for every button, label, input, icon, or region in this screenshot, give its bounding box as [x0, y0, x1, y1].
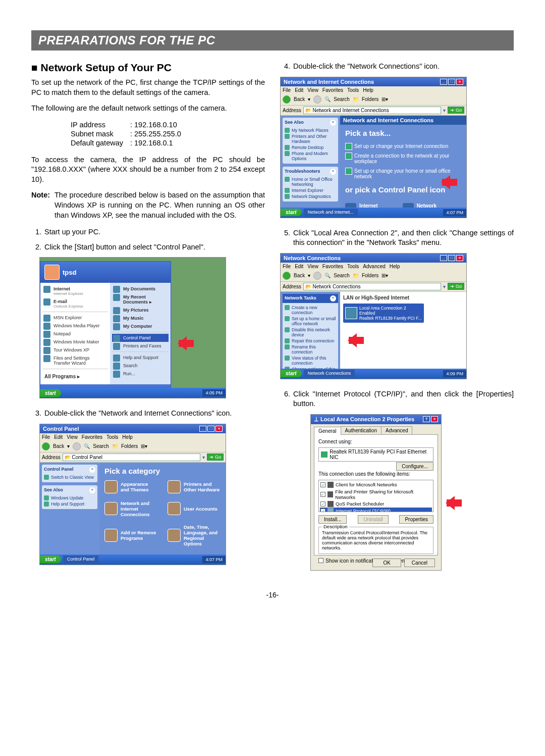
- chevron-icon[interactable]: «: [89, 467, 95, 473]
- sm-item[interactable]: Windows Movie Maker: [42, 338, 108, 346]
- cat-printers[interactable]: Printers and Other Hardware: [168, 480, 221, 493]
- chevron-icon[interactable]: «: [330, 169, 336, 175]
- start-button[interactable]: start: [40, 389, 61, 397]
- side-link[interactable]: Printers and Other Hardware: [285, 133, 336, 144]
- taskbar-item[interactable]: Network Connections: [304, 370, 355, 377]
- window-title: Network Connections: [284, 255, 341, 261]
- task-link[interactable]: Create a connection to the network at yo…: [345, 152, 461, 165]
- minimize-icon[interactable]: _: [440, 79, 447, 85]
- back-icon[interactable]: [283, 95, 291, 104]
- help-icon[interactable]: ?: [423, 416, 430, 422]
- side-link[interactable]: Rename this connection: [285, 344, 336, 355]
- sm-item[interactable]: Files and Settings Transfer Wizard: [42, 354, 108, 367]
- sm-email[interactable]: E-mailOutlook Express: [42, 297, 108, 310]
- lan-connection-item[interactable]: Local Area Connection 2EnabledRealtek RT…: [343, 304, 424, 323]
- start-button[interactable]: start: [281, 209, 302, 216]
- cancel-button[interactable]: Cancel: [404, 559, 435, 567]
- side-link[interactable]: Set up a home or small office network: [285, 316, 336, 327]
- sm-all-programs[interactable]: All Programs ▸: [42, 371, 108, 382]
- maximize-icon[interactable]: □: [448, 79, 455, 85]
- sm-right-item[interactable]: Run...: [112, 370, 169, 378]
- showicon-checkbox[interactable]: [318, 558, 323, 563]
- toolbar[interactable]: Back ▾ 🔍Search 📁Folders ⊞▾: [281, 94, 466, 106]
- back-icon[interactable]: [42, 442, 50, 450]
- sm-right-item[interactable]: Printers and Faxes: [112, 342, 169, 350]
- side-link[interactable]: Network Diagnostics: [285, 193, 336, 199]
- sm-right-item[interactable]: My Documents: [112, 285, 169, 293]
- side-link[interactable]: Create a new connection: [285, 305, 336, 316]
- toolbar[interactable]: Back ▾ 🔍Search 📁Folders ⊞▾: [281, 270, 466, 282]
- tab-advanced[interactable]: Advanced: [381, 426, 412, 434]
- sm-item[interactable]: Windows Media Player: [42, 322, 108, 330]
- close-icon[interactable]: ×: [456, 255, 463, 261]
- sm-right-item[interactable]: My Recent Documents ▸: [112, 293, 169, 306]
- back-icon[interactable]: [283, 272, 291, 280]
- chevron-icon[interactable]: «: [89, 487, 95, 493]
- configure-button[interactable]: Configure...: [396, 462, 433, 471]
- close-icon[interactable]: ×: [431, 416, 438, 422]
- sm-internet[interactable]: InternetInternet Explorer: [42, 285, 108, 297]
- sm-right-item[interactable]: Help and Support: [112, 354, 169, 362]
- side-link[interactable]: Windows Update: [44, 495, 95, 501]
- fwd-icon[interactable]: [313, 272, 321, 280]
- menu-bar[interactable]: FileEditViewFavoritesToolsHelp: [40, 433, 226, 441]
- side-link[interactable]: Internet Explorer: [285, 187, 336, 193]
- go-button[interactable]: ➜ Go: [448, 107, 464, 114]
- fwd-icon[interactable]: [313, 95, 321, 104]
- screenshot-network-internet: Network and Internet Connections_□× File…: [280, 77, 467, 218]
- toolbar[interactable]: Back ▾ 🔍Search 📁Folders ⊞▾: [40, 441, 226, 452]
- address-field[interactable]: 📂 Network and Internet Connections: [303, 107, 442, 114]
- address-field[interactable]: 📂 Network Connections: [303, 283, 442, 290]
- cat-users[interactable]: User Accounts: [168, 500, 221, 517]
- taskbar-item[interactable]: Control Panel: [63, 556, 99, 563]
- cat-addremove[interactable]: Add or Remove Programs: [104, 524, 157, 546]
- start-button[interactable]: start: [281, 370, 302, 377]
- taskbar-item[interactable]: Network and Internet...: [304, 209, 358, 216]
- fwd-icon[interactable]: [73, 442, 81, 450]
- switch-classic-link[interactable]: Switch to Classic View: [44, 474, 95, 480]
- chevron-icon[interactable]: «: [330, 295, 336, 301]
- sm-right-item[interactable]: My Pictures: [112, 306, 169, 314]
- menu-bar[interactable]: FileEditViewFavoritesToolsAdvancedHelp: [281, 263, 466, 270]
- properties-button[interactable]: Properties: [399, 515, 433, 524]
- tcpip-item[interactable]: ✓Internet Protocol (TCP/IP): [320, 508, 432, 512]
- side-link[interactable]: Phone and Modem Options: [285, 150, 336, 162]
- minimize-icon[interactable]: _: [199, 426, 206, 432]
- uninstall-button[interactable]: Uninstall: [358, 515, 388, 524]
- maximize-icon[interactable]: □: [448, 255, 455, 261]
- sm-item[interactable]: MSN Explorer: [42, 314, 108, 322]
- tab-general[interactable]: General: [314, 427, 341, 435]
- sm-control-panel[interactable]: Control Panel: [112, 334, 169, 342]
- page-header: PREPARATIONS FOR THE PC: [31, 30, 514, 51]
- side-link[interactable]: View status of this connection: [285, 355, 336, 366]
- go-button[interactable]: ➜ Go: [448, 283, 464, 290]
- sm-item[interactable]: Tour Windows XP: [42, 346, 108, 354]
- cat-datetime[interactable]: Date, Time, Language, and Regional Optio…: [168, 524, 221, 546]
- maximize-icon[interactable]: □: [207, 426, 214, 432]
- side-link[interactable]: Remote Desktop: [285, 144, 336, 150]
- side-link[interactable]: Repair this connection: [285, 338, 336, 344]
- side-link[interactable]: Home or Small Office Networking: [285, 176, 336, 187]
- chevron-icon[interactable]: «: [330, 120, 336, 126]
- close-icon[interactable]: ×: [215, 426, 223, 432]
- cat-network[interactable]: Network and Internet Connections: [104, 500, 157, 517]
- sm-right-item[interactable]: My Computer: [112, 322, 169, 330]
- menu-bar[interactable]: FileEditViewFavoritesToolsHelp: [281, 86, 466, 94]
- task-link[interactable]: Set up or change your Internet connectio…: [345, 142, 461, 150]
- install-button[interactable]: Install...: [318, 515, 347, 524]
- items-list[interactable]: ✓Client for Microsoft Networks ✓File and…: [318, 480, 433, 512]
- sm-item[interactable]: Notepad: [42, 330, 108, 338]
- address-field[interactable]: 📂 Control Panel: [63, 453, 201, 461]
- start-button[interactable]: start: [40, 556, 61, 563]
- side-link[interactable]: My Network Places: [285, 127, 336, 133]
- side-link[interactable]: Help and Support: [44, 501, 95, 507]
- close-icon[interactable]: ×: [456, 79, 463, 85]
- minimize-icon[interactable]: _: [440, 255, 447, 261]
- ok-button[interactable]: OK: [372, 559, 401, 567]
- sm-right-item[interactable]: Search: [112, 362, 169, 370]
- side-link[interactable]: Disable this network device: [285, 327, 336, 338]
- cat-appearance[interactable]: Appearance and Themes: [104, 480, 157, 493]
- tab-authentication[interactable]: Authentication: [341, 426, 382, 434]
- sm-right-item[interactable]: My Music: [112, 314, 169, 322]
- go-button[interactable]: ➜ Go: [207, 453, 224, 461]
